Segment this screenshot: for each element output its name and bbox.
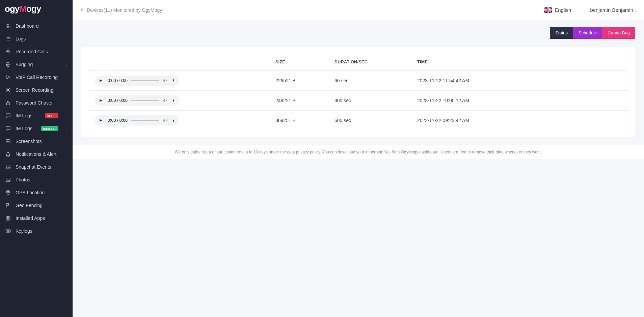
sidebar-item-notifications-alert[interactable]: Notifications & Alert xyxy=(0,148,73,161)
svg-point-22 xyxy=(173,119,174,119)
play-icon xyxy=(5,75,11,80)
svg-point-16 xyxy=(173,99,174,99)
recordings-card: SIZE DURATION/SEC TIME 0:00 / 0:00 22652… xyxy=(81,47,635,137)
volume-muted-icon[interactable] xyxy=(162,118,168,123)
sidebar-item-gps-location[interactable]: GPS Location xyxy=(0,186,73,199)
sidebar-item-im-logs[interactable]: IM Logs rooted xyxy=(0,109,73,122)
play-icon[interactable] xyxy=(97,117,104,124)
svg-point-11 xyxy=(173,80,174,81)
chevron-right-icon xyxy=(64,114,67,117)
bell-icon xyxy=(5,151,11,157)
svg-point-17 xyxy=(173,100,174,101)
breadcrumb[interactable]: Devices(11) Monitored by OgyMogy xyxy=(79,7,162,13)
sidebar-item-label: Keylogs xyxy=(16,228,67,234)
cell-size: 226521 B xyxy=(275,78,334,83)
kebab-menu-icon[interactable] xyxy=(171,98,176,103)
sidebar-item-geo-fencing[interactable]: Geo Fencing xyxy=(0,199,73,212)
volume-muted-icon[interactable] xyxy=(162,78,168,83)
sidebar-item-photos[interactable]: Photos xyxy=(0,173,73,186)
audio-track[interactable] xyxy=(131,120,159,121)
action-buttons: Status Schedule Create Bug xyxy=(73,20,644,39)
svg-marker-19 xyxy=(100,119,102,122)
sidebar-item-label: Snapchat Events xyxy=(16,164,67,170)
sidebar-item-label: Screenshots xyxy=(16,139,67,144)
schedule-button[interactable]: Schedule xyxy=(573,27,602,39)
chat-icon xyxy=(5,126,11,131)
svg-point-18 xyxy=(173,102,174,102)
badge-unrooted: unrooted xyxy=(41,126,58,131)
sidebar-item-label: Recorded Calls xyxy=(16,49,67,54)
keyboard-icon xyxy=(5,228,11,234)
sidebar-item-label: Dashboard xyxy=(16,23,67,29)
topbar: Devices(11) Monitored by OgyMogy English… xyxy=(73,0,644,20)
status-button[interactable]: Status xyxy=(550,27,573,39)
cell-duration: 60 sec xyxy=(334,78,417,83)
th-time: TIME xyxy=(417,60,628,64)
audio-time: 0:00 / 0:00 xyxy=(108,98,128,103)
cell-time: 2023-11-22 10:00:12 AM xyxy=(417,98,628,103)
cell-size: 369251 B xyxy=(275,118,334,123)
user-name: benjamin Benjamin xyxy=(590,7,633,13)
play-icon[interactable] xyxy=(97,97,104,104)
chevron-down-icon xyxy=(574,9,576,11)
th-duration: DURATION/SEC xyxy=(334,60,417,64)
audio-track[interactable] xyxy=(131,100,159,101)
sidebar-item-keylogs[interactable]: Keylogs xyxy=(0,225,73,237)
svg-point-4 xyxy=(80,9,80,10)
logo[interactable]: ogyMogy xyxy=(0,0,73,18)
home-icon xyxy=(5,23,11,29)
image-icon xyxy=(5,164,11,170)
sidebar-item-label: Installed Apps xyxy=(16,215,67,221)
sidebar-item-password-chaser[interactable]: Password Chaser xyxy=(0,96,73,109)
audio-player[interactable]: 0:00 / 0:00 xyxy=(95,95,179,106)
sidebar-item-logs[interactable]: Logs xyxy=(0,32,73,45)
sidebar-item-bugging[interactable]: Bugging xyxy=(0,58,73,71)
sidebar-item-im-logs[interactable]: IM Logs unrooted xyxy=(0,122,73,135)
cell-size: 249221 B xyxy=(275,98,334,103)
record-icon xyxy=(5,87,11,93)
list-icon xyxy=(79,7,84,13)
flag-uk-icon xyxy=(544,7,552,13)
image-icon xyxy=(5,139,11,144)
nav: Dashboard Logs Recorded Calls Bugging Vo… xyxy=(0,18,73,317)
kebab-menu-icon[interactable] xyxy=(171,78,176,83)
sidebar-item-label: IM Logs xyxy=(16,113,40,118)
svg-point-24 xyxy=(173,121,174,122)
chevron-right-icon xyxy=(64,191,67,194)
svg-marker-7 xyxy=(100,79,102,82)
sidebar-item-label: Notifications & Alert xyxy=(16,151,67,157)
audio-player[interactable]: 0:00 / 0:00 xyxy=(95,76,179,86)
sidebar-item-installed-apps[interactable]: Installed Apps xyxy=(0,212,73,225)
gear-icon xyxy=(5,62,11,67)
svg-point-10 xyxy=(173,79,174,80)
sidebar-item-label: Photos xyxy=(16,177,67,182)
chevron-down-icon xyxy=(635,9,637,11)
sidebar-item-dashboard[interactable]: Dashboard xyxy=(0,20,73,32)
chat-icon xyxy=(5,113,11,118)
svg-marker-13 xyxy=(100,99,102,102)
audio-time: 0:00 / 0:00 xyxy=(108,118,128,123)
user-menu[interactable]: benjamin Benjamin xyxy=(590,7,637,13)
svg-point-5 xyxy=(80,10,80,11)
sidebar-item-screen-recording[interactable]: Screen Recording xyxy=(0,84,73,96)
sidebar: ogyMogy Dashboard Logs Recorded Calls Bu… xyxy=(0,0,73,317)
th-size: SIZE xyxy=(275,60,334,64)
sidebar-item-label: VoIP Call Recording xyxy=(16,75,67,80)
kebab-menu-icon[interactable] xyxy=(171,118,176,123)
image-icon xyxy=(5,177,11,182)
sidebar-item-label: GPS Location xyxy=(16,190,60,195)
sidebar-item-snapchat-events[interactable]: Snapchat Events xyxy=(0,161,73,173)
language-label: English xyxy=(555,7,571,13)
volume-muted-icon[interactable] xyxy=(162,98,168,103)
play-icon[interactable] xyxy=(97,77,104,84)
sidebar-item-recorded-calls[interactable]: Recorded Calls xyxy=(0,45,73,58)
audio-player[interactable]: 0:00 / 0:00 xyxy=(95,115,179,125)
sidebar-item-voip-call-recording[interactable]: VoIP Call Recording xyxy=(0,71,73,84)
audio-track[interactable] xyxy=(131,80,159,81)
lock-icon xyxy=(5,100,11,106)
table-row: 0:00 / 0:00 249221 B 300 sec 2023-11-22 … xyxy=(88,91,628,111)
sidebar-item-screenshots[interactable]: Screenshots xyxy=(0,135,73,148)
language-selector[interactable]: English xyxy=(544,7,576,13)
audio-time: 0:00 / 0:00 xyxy=(108,78,128,83)
create-bug-button[interactable]: Create Bug xyxy=(602,27,635,39)
